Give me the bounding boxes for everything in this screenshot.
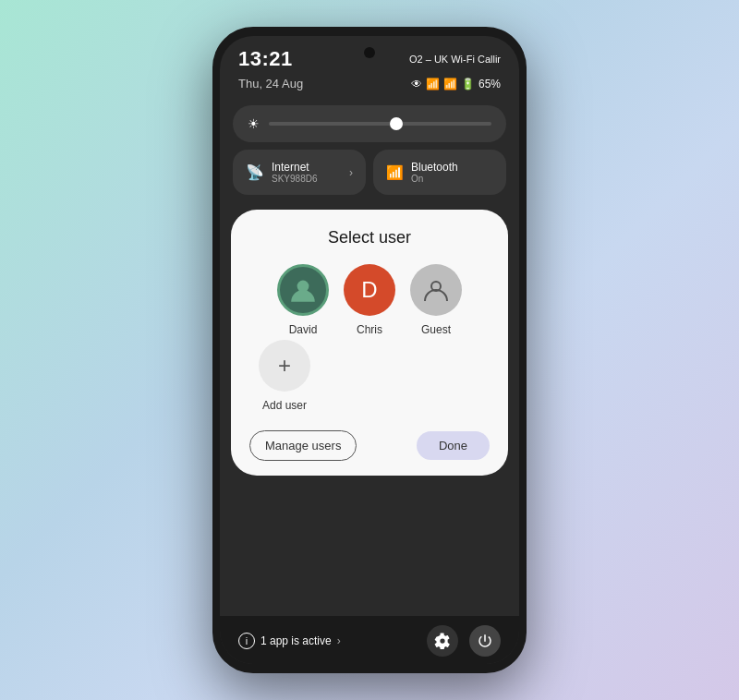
- chris-initial: D: [361, 277, 377, 303]
- date-text: Thu, 24 Aug: [238, 77, 303, 91]
- camera-notch: [364, 47, 375, 58]
- info-icon: i: [238, 633, 255, 649]
- battery-text: 65%: [479, 78, 501, 91]
- sub-status: Thu, 24 Aug 👁 📶 📶 🔋 65%: [220, 77, 519, 100]
- select-user-dialog: Select user David: [231, 210, 508, 476]
- manage-users-button[interactable]: Manage users: [249, 430, 357, 461]
- quick-tiles: 📡 Internet SKY988D6 › 📶 Bluetooth On: [233, 150, 506, 195]
- user-item-chris[interactable]: D Chris: [344, 264, 395, 336]
- bluetooth-tile-icon: 📶: [386, 164, 404, 181]
- eye-icon: 👁: [411, 78, 422, 91]
- active-apps-arrow: ›: [337, 634, 341, 647]
- carrier-text: O2 – UK Wi-Fi Callir: [409, 54, 501, 65]
- add-user-label: Add user: [262, 399, 307, 412]
- chris-name: Chris: [357, 323, 382, 336]
- bluetooth-sub: On: [411, 174, 458, 184]
- bluetooth-tile-text: Bluetooth On: [411, 161, 458, 184]
- battery-icon: 🔋: [461, 78, 475, 91]
- status-time: 13:21: [238, 47, 293, 71]
- bottom-left: i 1 app is active ›: [238, 633, 341, 649]
- user-item-guest[interactable]: Guest: [410, 264, 462, 336]
- david-avatar-svg: [288, 275, 318, 305]
- add-user-row: + Add user: [249, 340, 490, 412]
- power-icon-btn[interactable]: [469, 625, 501, 657]
- dialog-title: Select user: [328, 228, 411, 247]
- guest-avatar-svg: [423, 277, 449, 303]
- david-name: David: [289, 323, 318, 336]
- internet-name: Internet: [272, 161, 317, 174]
- users-row: David D Chris: [277, 264, 462, 336]
- status-right: O2 – UK Wi-Fi Callir: [409, 54, 501, 65]
- bluetooth-tile[interactable]: 📶 Bluetooth On: [373, 150, 506, 195]
- add-user-button[interactable]: +: [259, 340, 310, 392]
- avatar-guest: [410, 264, 462, 316]
- quick-settings: ☀ 📡 Internet SKY988D6 › 📶: [220, 100, 519, 200]
- avatar-david: [277, 264, 329, 316]
- done-button[interactable]: Done: [417, 431, 490, 460]
- user-item-david[interactable]: David: [277, 264, 329, 336]
- phone-frame: 13:21 O2 – UK Wi-Fi Callir Thu, 24 Aug 👁…: [212, 27, 527, 673]
- active-apps-text: 1 app is active: [260, 634, 332, 647]
- add-user-item[interactable]: + Add user: [259, 340, 310, 412]
- internet-tile[interactable]: 📡 Internet SKY988D6 ›: [233, 150, 366, 195]
- brightness-track: [269, 122, 491, 126]
- internet-sub: SKY988D6: [272, 174, 317, 184]
- dialog-overlay: Select user David: [220, 200, 519, 616]
- bottom-nav: i 1 app is active ›: [220, 616, 519, 664]
- phone-screen: 13:21 O2 – UK Wi-Fi Callir Thu, 24 Aug 👁…: [220, 36, 519, 664]
- guest-name: Guest: [421, 323, 451, 336]
- gear-icon: [434, 633, 451, 649]
- dialog-actions: Manage users Done: [249, 427, 490, 461]
- brightness-icon: ☀: [248, 116, 260, 131]
- avatar-chris: D: [344, 264, 395, 316]
- wifi-tile-icon: 📡: [246, 163, 264, 181]
- settings-icon-btn[interactable]: [427, 625, 458, 657]
- internet-arrow: ›: [349, 166, 353, 179]
- power-icon: [477, 633, 493, 649]
- brightness-bar[interactable]: ☀: [233, 105, 506, 142]
- bottom-right: [427, 625, 501, 657]
- status-icons: 👁 📶 📶 🔋 65%: [411, 78, 501, 91]
- internet-tile-text: Internet SKY988D6: [272, 161, 317, 184]
- wifi-icon: 📶: [426, 78, 440, 91]
- bluetooth-name: Bluetooth: [411, 161, 458, 174]
- signal-icon: 📶: [443, 78, 457, 91]
- brightness-thumb: [390, 117, 403, 130]
